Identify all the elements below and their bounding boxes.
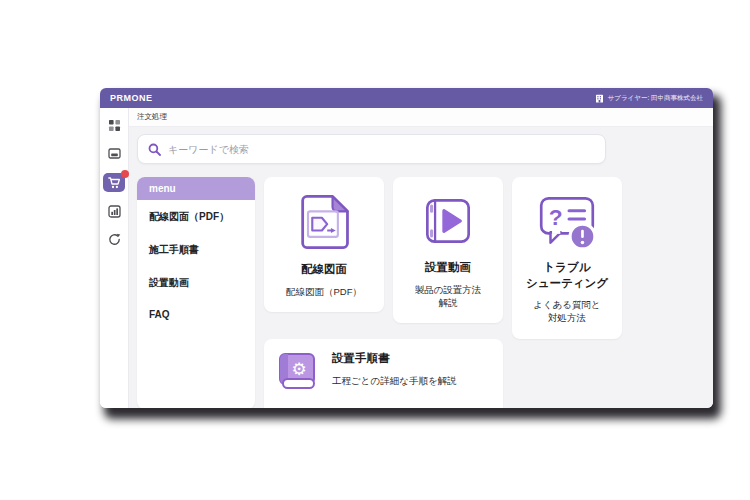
content-area: menu 配線図面（PDF） 施工手順書 設置動画 FAQ (129, 127, 713, 408)
tab-order-processing[interactable]: 注文処理 (137, 112, 167, 122)
card-wiring-diagram[interactable]: 配線図面 配線図面（PDF） (264, 177, 384, 312)
cart-icon (108, 177, 121, 189)
card-installation-video[interactable]: 設置動画 製品の設置方法 解説 (393, 177, 503, 323)
card-subtitle: 製品の設置方法 解説 (399, 283, 497, 310)
card-subtitle: 工程ごとの詳細な手順を解説 (332, 374, 457, 387)
wiring-diagram-document-icon (292, 190, 356, 254)
supplier-chip[interactable]: サプライヤー: 田中商事株式会社 (595, 94, 703, 103)
app-header: PRMONE サプライヤー: 田中商事株式会社 (100, 88, 713, 108)
search-icon (148, 143, 161, 156)
bar-chart-icon (108, 205, 121, 218)
dashboard-grid-icon (108, 119, 121, 132)
menu-item-wiring-pdf[interactable]: 配線図面（PDF） (137, 200, 255, 233)
sidebar-history-button[interactable] (104, 231, 124, 248)
manual-book-gear-icon: ⚙ (276, 351, 320, 393)
search-input[interactable] (168, 144, 595, 155)
card-subtitle: よくある質問と 対処方法 (518, 298, 616, 325)
tab-bar: 注文処理 (129, 108, 713, 127)
app-title: PRMONE (110, 93, 153, 103)
building-icon (595, 94, 604, 103)
card-title: 設置手順書 (332, 351, 457, 367)
svg-text:?: ? (549, 204, 563, 230)
menu-item-construction-manual[interactable]: 施工手順書 (137, 233, 255, 266)
inbox-icon (108, 147, 121, 160)
card-installation-manual[interactable]: ⚙ 設置手順書 工程ごとの詳細な手順を解説 (264, 339, 503, 408)
troubleshooting-chat-icon: ? (534, 190, 600, 252)
card-troubleshooting[interactable]: ? トラブル シューティング よくある質問と 対処方法 (512, 177, 622, 339)
history-icon (108, 233, 121, 246)
sidebar-inbox-button[interactable] (104, 145, 124, 162)
supplier-label: サプライヤー: 田中商事株式会社 (608, 94, 703, 103)
card-title: 設置動画 (399, 260, 497, 276)
menu-item-installation-video[interactable]: 設置動画 (137, 266, 255, 299)
video-play-book-icon (417, 190, 479, 252)
menu-panel: menu 配線図面（PDF） 施工手順書 設置動画 FAQ (137, 177, 255, 408)
sidebar-iconbar (100, 108, 129, 408)
svg-text:⚙: ⚙ (291, 359, 306, 379)
sidebar-dashboard-button[interactable] (104, 117, 124, 134)
cart-badge (121, 170, 129, 178)
card-title: 配線図面 (270, 262, 378, 278)
sidebar-chart-button[interactable] (104, 203, 124, 220)
wide-card-text: 設置手順書 工程ごとの詳細な手順を解説 (332, 351, 457, 387)
card-subtitle: 配線図面（PDF） (270, 285, 378, 298)
card-title: トラブル シューティング (518, 260, 616, 291)
menu-item-faq[interactable]: FAQ (137, 299, 255, 329)
desktop-background: PRMONE サプライヤー: 田中商事株式会社 (0, 0, 750, 500)
app-window: PRMONE サプライヤー: 田中商事株式会社 (100, 88, 713, 408)
sidebar-cart-button[interactable] (103, 173, 125, 192)
menu-header: menu (137, 177, 255, 200)
search-bar (137, 134, 606, 164)
